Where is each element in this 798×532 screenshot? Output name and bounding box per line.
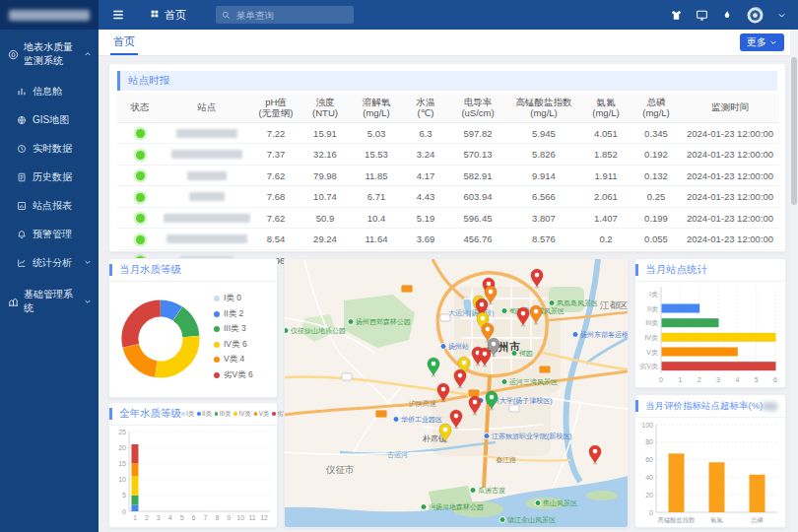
sidebar: 地表水质量监测系统 信息舱 GIS地图 实时数据 历史数据 站点报表 预警管理 [0, 0, 99, 532]
station-name-redacted [189, 192, 225, 201]
table-cell: 7.62 [251, 165, 300, 186]
tabbar: 首页 更多 [99, 30, 798, 56]
exceedance-rate-bar-chart[interactable]: 020406080100高锰酸盐指数氨氮总磷 [635, 418, 783, 526]
donut-segment-IV类 [157, 337, 191, 369]
table-row[interactable]: 7.2215.915.036.3597.825.9454.0510.345202… [117, 122, 779, 144]
station-statistics-bar-chart[interactable]: 0123456I类II类III类IV类V类劣V类 [635, 282, 783, 386]
table-cell: 5.19 [403, 207, 448, 229]
table-cell: 0.192 [632, 144, 681, 166]
legend-item[interactable]: 劣V类 6 [214, 369, 253, 381]
table-cell: 0.132 [632, 165, 681, 186]
table-cell: 0.199 [632, 207, 681, 229]
table-cell: 5.03 [350, 122, 403, 144]
scrollbar-thumb[interactable] [791, 57, 797, 205]
sidebar-group-surface-water-system[interactable]: 地表水质量监测系统 [0, 30, 99, 77]
main-content: 站点时报 状态站点pH值(无量纲)浊度(NTU)溶解氧(mg/L)水温(℃)电导… [99, 55, 790, 532]
table-cell: 79.98 [300, 165, 350, 186]
theme-shirt-icon[interactable] [670, 9, 683, 22]
svg-text:15: 15 [118, 460, 126, 467]
stacked-bar-segment [131, 444, 138, 463]
svg-text:20: 20 [645, 492, 653, 499]
annual-grade-stacked-chart[interactable]: 0510152025123456789101112 [109, 426, 275, 524]
chevron-down-icon[interactable] [777, 11, 786, 20]
column-header: 状态 [117, 94, 163, 122]
legend-item[interactable]: V类 [254, 410, 270, 419]
table-row[interactable]: 7.6250.910.45.19596.453.8071.4070.199202… [117, 207, 779, 229]
legend-item[interactable]: I类 [181, 410, 194, 419]
column-header: 总磷(mg/L) [632, 94, 681, 122]
station-name-redacted [164, 214, 250, 223]
svg-text:7: 7 [204, 514, 208, 521]
panel-header: 当月评价指标站点超标率(%) [635, 395, 785, 418]
legend-item[interactable]: II类 [197, 410, 212, 419]
header-link-redacted[interactable] [763, 402, 777, 411]
page-scrollbar[interactable] [790, 30, 798, 532]
panel-title: 当月评价指标站点超标率(%) [645, 400, 763, 413]
status-dot-online [136, 151, 145, 160]
legend-item[interactable]: IV类 6 [214, 339, 253, 351]
svg-text:25: 25 [118, 429, 126, 435]
building-icon [8, 297, 19, 307]
tab-home-active[interactable]: 首页 [110, 30, 138, 55]
chevron-down-icon [84, 257, 92, 268]
svg-text:0: 0 [659, 376, 663, 383]
legend-item[interactable]: III类 3 [214, 323, 253, 335]
sidebar-item-realtime-data[interactable]: 实时数据 [0, 134, 99, 163]
clock-icon [17, 144, 27, 154]
sidebar-item-alarm-management[interactable]: 预警管理 [0, 220, 99, 248]
screen-layout-icon[interactable] [696, 9, 708, 22]
dashboard-bars-icon [17, 87, 27, 97]
sidebar-item-history-data[interactable]: 历史数据 [0, 163, 99, 191]
table-cell: 1.407 [580, 207, 632, 229]
svg-text:1: 1 [678, 376, 682, 383]
sidebar-item-station-report[interactable]: 站点报表 [0, 191, 99, 220]
svg-text:9: 9 [227, 514, 231, 521]
sidebar-group-label: 地表水质量监测系统 [24, 40, 79, 68]
map-label: 瓜洲古渡 [478, 487, 505, 495]
topbar: 首页 [99, 0, 798, 30]
sidebar-nav: 地表水质量监测系统 信息舱 GIS地图 实时数据 历史数据 站点报表 预警管理 [0, 30, 99, 324]
place-poi-icon [393, 417, 399, 423]
monthly-grade-donut-chart[interactable] [109, 282, 212, 392]
hamburger-menu-icon[interactable] [99, 8, 138, 22]
table-cell: 2024-01-23 12:00:00 [681, 229, 779, 250]
report-chart-icon [17, 201, 27, 211]
menu-search[interactable] [216, 6, 354, 24]
sidebar-item-info-cabin[interactable]: 信息舱 [0, 77, 99, 105]
sidebar-item-label: 站点报表 [33, 199, 72, 213]
svg-text:10: 10 [118, 476, 126, 483]
legend-item[interactable]: I类 0 [214, 293, 253, 304]
user-avatar[interactable] [746, 6, 765, 25]
table-cell: 6.3 [403, 122, 448, 144]
svg-text:0: 0 [122, 508, 126, 515]
breadcrumb-home[interactable]: 首页 [150, 8, 186, 23]
table-cell: 597.82 [448, 122, 507, 144]
gis-map[interactable]: 扬州市江都区仪征市扬州西郊森林公园仪征捺山地质公园大运河(扬州段)扬州站何园运河… [285, 259, 628, 527]
more-button[interactable]: 更多 [740, 33, 784, 51]
sidebar-item-statistics[interactable]: 统计分析 [0, 248, 99, 277]
table-row[interactable]: 7.6279.9811.854.17582.919.9141.9110.1322… [117, 165, 779, 186]
donut-segment-III类 [177, 313, 190, 336]
sidebar-group-base-management[interactable]: 基础管理系统 [0, 277, 99, 324]
search-input[interactable] [234, 9, 337, 22]
station-name-redacted [171, 150, 242, 159]
table-cell: 32.16 [300, 144, 350, 166]
legend-item[interactable]: II类 2 [214, 308, 253, 320]
flame-icon[interactable] [721, 9, 733, 22]
legend-item[interactable]: III类 [215, 410, 232, 419]
table-cell: 456.76 [448, 229, 507, 250]
svg-text:劣V类: 劣V类 [639, 363, 658, 370]
panel-station-report: 站点时报 状态站点pH值(无量纲)浊度(NTU)溶解氧(mg/L)水温(℃)电导… [108, 63, 786, 252]
sidebar-item-label: 统计分析 [33, 256, 72, 270]
map-label: 镇江金山风景区 [506, 516, 556, 524]
svg-text:6: 6 [773, 376, 777, 383]
table-row[interactable]: 7.3732.1615.533.24570.135.8261.8520.1922… [117, 144, 779, 166]
panel-station-statistics: 当月站点统计 0123456I类II类III类IV类V类劣V类 [634, 258, 786, 388]
legend-item[interactable]: IV类 [233, 410, 250, 419]
legend-item[interactable]: V类 4 [214, 354, 253, 366]
sidebar-item-gis-map[interactable]: GIS地图 [0, 105, 99, 134]
table-row[interactable]: 8.5429.2411.643.69456.768.5760.20.055202… [117, 229, 779, 250]
table-cell: 7.62 [251, 207, 300, 229]
place-poi-icon [484, 433, 490, 439]
table-row[interactable]: 7.6810.746.714.43603.946.5662.0610.25202… [117, 186, 779, 208]
